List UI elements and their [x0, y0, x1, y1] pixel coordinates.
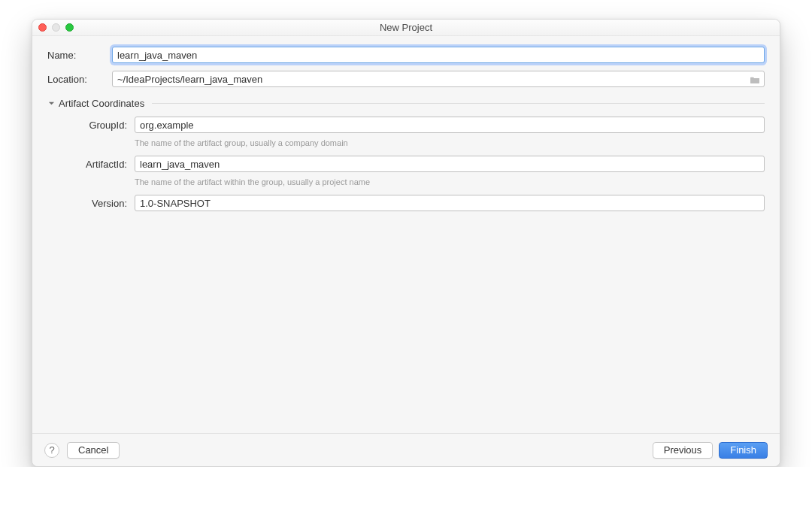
chevron-down-icon — [47, 100, 55, 108]
zoom-icon[interactable] — [65, 23, 74, 32]
close-icon[interactable] — [38, 23, 47, 32]
version-input[interactable] — [135, 195, 765, 211]
artifactid-input[interactable] — [135, 156, 765, 172]
previous-button[interactable]: Previous — [653, 442, 714, 459]
help-icon: ? — [49, 444, 54, 456]
artifactid-hint: The name of the artifact within the grou… — [135, 177, 370, 186]
dialog-content: Name: Location: Artifact — [32, 36, 780, 433]
artifact-coordinates-header[interactable]: Artifact Coordinates — [47, 98, 765, 109]
name-input[interactable] — [112, 47, 765, 63]
window-title: New Project — [380, 22, 432, 33]
new-project-dialog: New Project Name: Location: — [32, 19, 780, 467]
version-label: Version: — [70, 198, 135, 209]
groupid-label: GroupId: — [70, 120, 135, 131]
location-label: Location: — [47, 74, 112, 85]
name-label: Name: — [47, 50, 112, 61]
cancel-button[interactable]: Cancel — [67, 442, 120, 459]
help-button[interactable]: ? — [44, 443, 59, 458]
titlebar: New Project — [32, 20, 780, 36]
window-controls — [38, 23, 74, 32]
finish-button[interactable]: Finish — [719, 442, 768, 459]
groupid-hint: The name of the artifact group, usually … — [135, 138, 348, 147]
location-input[interactable] — [112, 71, 765, 87]
artifactid-label: ArtifactId: — [70, 159, 135, 170]
dialog-button-bar: ? Cancel Previous Finish — [32, 433, 780, 466]
section-title: Artifact Coordinates — [59, 98, 144, 109]
groupid-input[interactable] — [135, 117, 765, 133]
minimize-icon — [52, 23, 60, 32]
section-divider — [152, 103, 765, 104]
